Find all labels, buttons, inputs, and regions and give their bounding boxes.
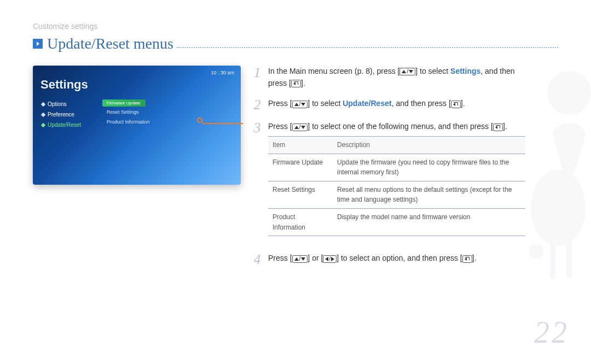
device-submenu-reset: Reset Settings <box>102 108 235 116</box>
table-row: Firmware Update Update the firmware (you… <box>268 154 525 181</box>
up-down-key-icon: / <box>292 101 308 108</box>
device-menu-label: Preference <box>48 111 74 118</box>
step-body: In the Main menu screen (p. 8), press [/… <box>268 66 525 89</box>
step-text: ]. <box>472 254 477 262</box>
device-screen-title: Settings <box>33 71 241 99</box>
baseball-watermark <box>520 66 591 295</box>
step-number: 1 <box>252 66 263 80</box>
breadcrumb: Customize settings <box>33 22 558 31</box>
description-table: Item Description Firmware Update Update … <box>268 136 525 236</box>
step-text: ] to select <box>415 67 448 75</box>
device-menu-label: Update/Reset <box>48 122 81 128</box>
step-body: Press [/] to select Update/Reset, and th… <box>268 98 525 110</box>
table-cell-desc: Reset all menu options to the default se… <box>333 181 525 208</box>
step-text: ] to select one of the following menus, … <box>308 122 493 131</box>
svg-point-1 <box>531 169 586 246</box>
table-cell-item: Reset Settings <box>268 181 333 208</box>
table-cell-item: Product Information <box>268 209 333 236</box>
step-1: 1 In the Main menu screen (p. 8), press … <box>252 66 525 89</box>
table-cell-item: Firmware Update <box>268 154 333 181</box>
step-text: In the Main menu screen (p. 8), press [ <box>268 67 399 75</box>
device-submenu-product-info: Product Information <box>102 118 235 126</box>
section-title: Update/Reset menus <box>47 35 173 52</box>
device-menu-update-reset: Update/Reset <box>38 120 101 130</box>
device-screenshot: 10 : 30 am Settings Options Preference U… <box>33 66 241 185</box>
update-reset-link-text: Update/Reset <box>343 99 391 108</box>
device-left-menu: Options Preference Update/Reset <box>38 99 101 131</box>
enter-key-icon <box>493 124 503 131</box>
up-down-key-icon: / <box>399 68 415 75</box>
step-3: 3 Press [/] to select one of the followi… <box>252 121 525 244</box>
table-cell-desc: Display the model name and firmware vers… <box>333 209 525 236</box>
instructions-column: 1 In the Main menu screen (p. 8), press … <box>252 66 525 275</box>
step-text: ]. <box>503 122 507 131</box>
device-right-menu: Firmware Update Reset Settings Product I… <box>101 99 235 131</box>
left-right-key-icon: / <box>323 255 337 263</box>
step-number: 4 <box>252 253 263 267</box>
section-header: Update/Reset menus <box>33 35 558 52</box>
device-submenu-firmware: Firmware Update <box>102 99 146 107</box>
enter-key-icon <box>291 80 301 87</box>
diamond-icon <box>41 112 45 116</box>
svg-point-0 <box>547 71 591 115</box>
table-cell-desc: Update the firmware (you need to copy fi… <box>333 154 525 181</box>
step-text: ] to select an option, and then press [ <box>337 254 462 262</box>
device-clock: 10 : 30 am <box>211 70 234 75</box>
step-body: Press [/] or [/] to select an option, an… <box>268 253 525 265</box>
up-down-key-icon: / <box>292 124 308 131</box>
step-body: Press [/] to select one of the following… <box>268 121 525 244</box>
up-down-key-icon: / <box>292 255 308 263</box>
table-header-item: Item <box>268 137 333 154</box>
device-menu-preference: Preference <box>38 110 101 119</box>
svg-rect-3 <box>566 240 572 279</box>
enter-key-icon <box>451 101 461 108</box>
callout-line <box>202 123 243 124</box>
step-text: , and then press [ <box>392 99 451 108</box>
dotted-rule <box>177 47 558 48</box>
step-text: Press [ <box>268 99 292 108</box>
device-menu-label: Options <box>48 101 66 107</box>
step-text: ]. <box>461 99 465 108</box>
step-number: 2 <box>252 98 263 112</box>
diamond-icon <box>41 102 45 106</box>
step-text: ] to select <box>308 99 343 108</box>
step-number: 3 <box>252 121 263 135</box>
callout-dot-icon <box>197 118 202 123</box>
device-menu-options: Options <box>38 99 101 109</box>
enter-key-icon <box>462 255 472 263</box>
diamond-icon <box>41 122 45 127</box>
table-row: Product Information Display the model na… <box>268 209 525 236</box>
step-2: 2 Press [/] to select Update/Reset, and … <box>252 98 525 112</box>
step-text: Press [ <box>268 254 292 262</box>
settings-link-text: Settings <box>450 67 480 75</box>
play-icon <box>33 39 43 49</box>
step-text: ]. <box>301 79 305 87</box>
step-text: Press [ <box>268 122 292 131</box>
page-number: 22 <box>534 315 569 350</box>
svg-rect-2 <box>550 240 555 279</box>
step-4: 4 Press [/] or [/] to select an option, … <box>252 253 525 267</box>
table-row: Reset Settings Reset all menu options to… <box>268 181 525 208</box>
table-header-description: Description <box>333 137 525 154</box>
svg-point-4 <box>529 244 544 259</box>
step-text: ] or [ <box>308 254 323 262</box>
